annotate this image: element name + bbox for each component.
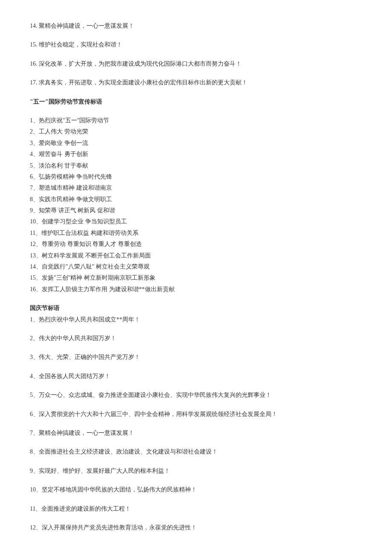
list-item: 11、全面推进党的建设新的伟大工程！ [30,504,362,514]
list-item: 7、聚精会神搞建设，一心一意谋发展！ [30,428,362,438]
list-item: 6、弘扬劳模精神 争当时代先锋 [30,172,362,182]
list-item: 2、工人伟大 劳动光荣 [30,127,362,136]
section-a: 14. 聚精会神搞建设，一心一意谋发展！ 15. 维护社会稳定，实现社会和谐！ … [30,21,362,88]
list-item: 9、实现好、维护好、发展好最广大人民的根本利益！ [30,466,362,476]
list-item: 5、淡泊名利 甘于奉献 [30,161,362,171]
list-item: 17. 求真务实，开拓进取，为实现全面建设小康社会的宏伟目标作出新的更大贡献！ [30,78,362,87]
list-item: 9、知荣辱 讲正气 树新风 促和谐 [30,206,362,215]
list-item: 5、万众一心、众志成城、奋力推进全面建设小康社会、实现中华民族伟大复兴的光辉事业… [30,390,362,400]
list-item: 4、艰苦奋斗 勇于创新 [30,150,362,159]
list-item: 8、全面推进社会主义经济建设、政治建设、文化建设与和谐社会建设！ [30,447,362,457]
section-c: 国庆节标语 1、热烈庆祝中华人民共和国成立**周年！ 2、伟大的中华人民共和国万… [30,304,362,532]
list-item: 2、伟大的中华人民共和国万岁！ [30,334,362,343]
list-item: 8、实践市民精神 争做文明职工 [30,195,362,204]
list-item: 1、热烈庆祝"五一"国际劳动节 [30,116,362,125]
list-item: 16、发挥工人阶级主力军作用 为建设和谐**做出新贡献 [30,285,362,294]
list-item: 3、伟大、光荣、正确的中国共产党万岁！ [30,353,362,362]
list-item: 14、自觉践行"八荣八耻" 树立社会主义荣辱观 [30,262,362,272]
list-item: 4、全国各族人民大团结万岁！ [30,372,362,381]
list-item: 10、创建学习型企业 争当知识型员工 [30,217,362,226]
section-b: "五一"国际劳动节宣传标语 1、热烈庆祝"五一"国际劳动节 2、工人伟大 劳动光… [30,97,362,295]
list-item: 6、深入贯彻党的十六大和十六届三中、四中全会精神，用科学发展观统领经济社会发展全… [30,410,362,419]
list-item: 16. 深化改革，扩大开放，为把我市建设成为现代化国际港口大都市而努力奋斗！ [30,59,362,69]
list-item: 12、尊重劳动 尊重知识 尊重人才 尊重创造 [30,240,362,249]
list-item: 3、爱岗敬业 争创一流 [30,139,362,148]
list-item: 15、发扬"三创"精神 树立新时期南京职工新形象 [30,273,362,283]
list-item: 12、深入开展保持共产党员先进性教育活动，永葆党的先进性！ [30,523,362,532]
list-item: 1、热烈庆祝中华人民共和国成立**周年！ [30,315,362,324]
labor-day-list: 1、热烈庆祝"五一"国际劳动节 2、工人伟大 劳动光荣 3、爱岗敬业 争创一流 … [30,116,362,294]
document-body: 14. 聚精会神搞建设，一心一意谋发展！ 15. 维护社会稳定，实现社会和谐！ … [30,21,362,532]
list-item: 7、塑造城市精神 建设和谐南京 [30,183,362,193]
list-item: 15. 维护社会稳定，实现社会和谐！ [30,40,362,49]
list-item: 13、树立科学发展观 不断开创工会工作新局面 [30,251,362,260]
list-item: 10、坚定不移地巩固中华民族的大团结，弘扬伟大的民族精神！ [30,485,362,494]
section-heading-national-day: 国庆节标语 [30,304,362,313]
section-heading-labor-day: "五一"国际劳动节宣传标语 [30,97,362,107]
list-item: 14. 聚精会神搞建设，一心一意谋发展！ [30,21,362,31]
list-item: 11、维护职工合法权益 构建和谐劳动关系 [30,228,362,238]
